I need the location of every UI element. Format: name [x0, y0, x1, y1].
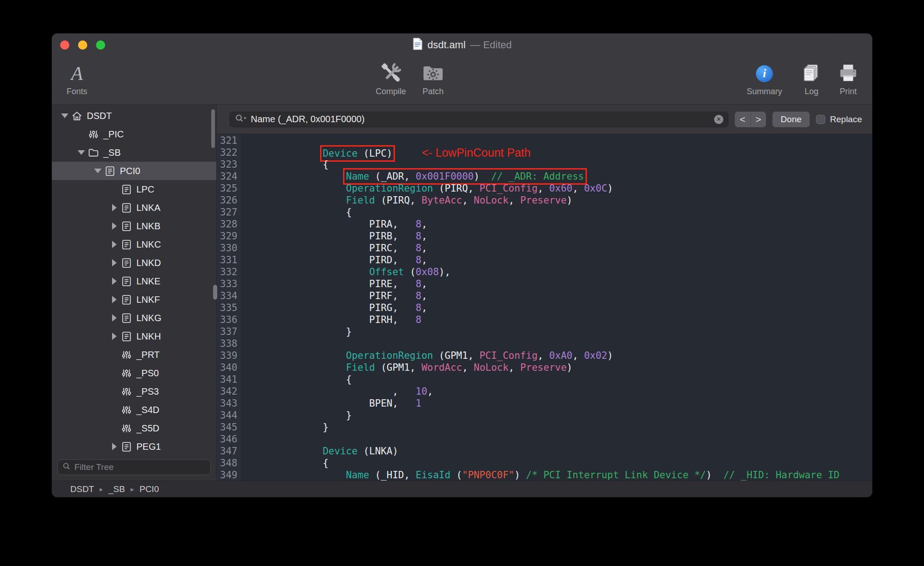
disclosure-triangle-icon[interactable] [108, 204, 121, 211]
search-field[interactable]: ✕ [230, 112, 728, 127]
breadcrumb-item-pci0[interactable]: PCI0 [140, 484, 159, 494]
window-titlebar[interactable]: dsdt.aml — Edited [52, 34, 872, 57]
sidebar-item-lnkg[interactable]: LNKG [52, 309, 216, 327]
sidebar-item-_pic[interactable]: _PIC [52, 125, 216, 143]
sidebar-item-pci0[interactable]: PCI0 [52, 162, 216, 180]
code-line[interactable]: 336 PIRH, 8 [217, 314, 872, 326]
sidebar-item-lnkb[interactable]: LNKB [52, 217, 216, 235]
tree-item-label: LNKF [136, 294, 160, 305]
code-line[interactable]: 349 Name (_HID, EisaId ("PNP0C0F") /* PC… [217, 469, 872, 481]
sidebar-item-_ps3[interactable]: _PS3 [52, 382, 216, 401]
code-line[interactable]: 343 BPEN, 1 [217, 397, 872, 409]
device-icon [121, 239, 132, 250]
code-line[interactable]: 341 { [217, 374, 872, 385]
code-line[interactable]: 330 PIRC, 8, [217, 242, 872, 254]
code-line[interactable]: 324 Name (_ADR, 0x001F0000) // _ADR: Add… [217, 170, 872, 182]
breadcrumb-item-_sb[interactable]: _SB [108, 484, 125, 494]
sidebar-item-lnkf[interactable]: LNKF [52, 290, 216, 309]
code-line[interactable]: 334 PIRF, 8, [217, 290, 872, 302]
disclosure-triangle-icon[interactable] [108, 296, 121, 303]
code-line[interactable]: 348 { [217, 457, 872, 469]
disclosure-triangle-icon[interactable] [108, 277, 121, 285]
code-line[interactable]: 338 [217, 338, 872, 350]
disclosure-triangle-icon[interactable] [108, 222, 121, 230]
sidebar-item-lnkc[interactable]: LNKC [52, 235, 216, 254]
tree-item-label: _PS3 [136, 386, 159, 397]
sidebar-item-lnka[interactable]: LNKA [52, 198, 216, 217]
code-line[interactable]: 342 , 10, [217, 385, 872, 397]
sidebar-item-lpc[interactable]: LPC [52, 180, 216, 198]
disclosure-triangle-icon[interactable] [91, 169, 104, 173]
filter-tree-field[interactable] [57, 459, 211, 475]
code-line[interactable]: 321 [217, 135, 872, 147]
disclosure-triangle-icon[interactable] [75, 150, 88, 155]
filter-tree-input[interactable] [74, 462, 206, 472]
code-line[interactable]: 346 [217, 433, 872, 445]
toolbar-button-summary[interactable]: i Summary [747, 61, 782, 96]
search-input[interactable] [251, 114, 710, 125]
line-number: 325 [217, 182, 241, 194]
code-line[interactable]: 323 { [217, 158, 872, 170]
code-token [253, 148, 323, 159]
code-line[interactable]: 337 } [217, 326, 872, 338]
done-button[interactable]: Done [772, 112, 810, 127]
code-line[interactable]: 331 PIRD, 8, [217, 254, 872, 266]
code-line[interactable]: 322 Device (LPC)<- LowPinCount Path [217, 147, 872, 158]
code-token [253, 362, 346, 373]
code-line[interactable]: 340 Field (GPM1, WordAcc, NoLock, Preser… [217, 362, 872, 374]
find-next-button[interactable]: > [750, 112, 766, 127]
sidebar-item-peg1[interactable]: PEG1 [52, 437, 216, 456]
code-editor[interactable]: 321322 Device (LPC)<- LowPinCount Path32… [217, 134, 872, 481]
search-scope-icon[interactable] [235, 114, 247, 125]
code-line[interactable]: 329 PIRB, 8, [217, 230, 872, 242]
code-line[interactable]: 328 PIRA, 8, [217, 218, 872, 230]
minimize-window-button[interactable] [78, 40, 87, 50]
line-number: 330 [217, 242, 241, 254]
disclosure-triangle-icon[interactable] [108, 314, 121, 322]
find-previous-button[interactable]: < [735, 112, 750, 127]
code-line[interactable]: 326 Field (PIRQ, ByteAcc, NoLock, Preser… [217, 194, 872, 206]
disclosure-triangle-icon[interactable] [108, 259, 121, 266]
breadcrumb-item-dsdt[interactable]: DSDT [70, 484, 94, 494]
toolbar-button-fonts[interactable]: A Fonts [67, 61, 87, 96]
code-line[interactable]: 344 } [217, 409, 872, 421]
code-line[interactable]: 332 Offset (0x08), [217, 266, 872, 278]
sidebar-item-_s5d[interactable]: _S5D [52, 419, 216, 437]
code-line[interactable]: 345 } [217, 421, 872, 433]
disclosure-triangle-icon[interactable] [108, 443, 121, 450]
line-number: 337 [217, 326, 241, 338]
sidebar-scrollbar-thumb[interactable] [211, 109, 215, 148]
code-line[interactable]: 339 OperationRegion (GPM1, PCI_Config, 0… [217, 350, 872, 362]
sidebar-item-_s4d[interactable]: _S4D [52, 401, 216, 419]
code-line[interactable]: 333 PIRE, 8, [217, 278, 872, 290]
toolbar-button-patch[interactable]: Patch [422, 61, 445, 96]
window-title: dsdt.aml [428, 39, 466, 51]
toolbar-button-log[interactable]: Log [800, 61, 823, 96]
code-line[interactable]: 327 { [217, 206, 872, 218]
disclosure-triangle-icon[interactable] [58, 113, 71, 118]
disclosure-triangle-icon[interactable] [108, 241, 121, 248]
clear-search-button[interactable]: ✕ [714, 115, 723, 124]
sidebar-item-_sb[interactable]: _SB [52, 143, 216, 162]
replace-checkbox[interactable] [816, 115, 825, 124]
sidebar-item-_ps0[interactable]: _PS0 [52, 364, 216, 382]
toolbar-button-compile[interactable]: Compile [376, 61, 406, 96]
sidebar-item-dsdt[interactable]: DSDT [52, 107, 216, 125]
code-line[interactable]: 347 Device (LNKA) [217, 445, 872, 457]
zoom-window-button[interactable] [96, 40, 105, 50]
sidebar-item-_prt[interactable]: _PRT [52, 345, 216, 364]
sidebar-item-lnkd[interactable]: LNKD [52, 254, 216, 272]
app-window: dsdt.aml — Edited A Fonts [52, 34, 872, 497]
line-number: 342 [217, 385, 241, 397]
code-token: (LNKA) [358, 446, 399, 457]
disclosure-triangle-icon[interactable] [108, 333, 121, 340]
sidebar-item-lnkh[interactable]: LNKH [52, 327, 216, 345]
code-token: ) [607, 183, 613, 194]
code-line[interactable]: 325 OperationRegion (PIRQ, PCI_Config, 0… [217, 182, 872, 194]
pane-splitter-handle[interactable] [213, 285, 217, 300]
sidebar-item-lnke[interactable]: LNKE [52, 272, 216, 290]
toolbar-button-print[interactable]: Print [837, 61, 860, 96]
code-line[interactable]: 335 PIRG, 8, [217, 302, 872, 314]
close-window-button[interactable] [60, 40, 69, 50]
code-token: Name [346, 171, 369, 182]
